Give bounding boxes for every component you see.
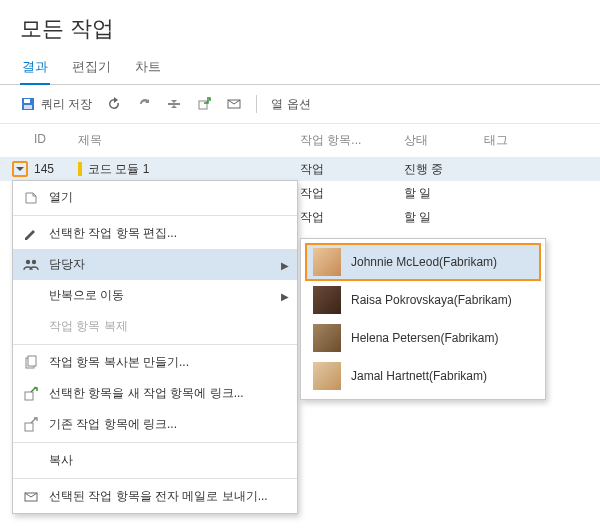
tab-editor[interactable]: 편집기	[70, 52, 113, 84]
redo-arrow-icon	[136, 96, 152, 112]
save-query-button[interactable]: 쿼리 저장	[20, 96, 92, 113]
row-type: 작업	[300, 185, 404, 202]
work-item-color-bar	[78, 162, 82, 176]
open-icon	[23, 190, 39, 206]
row-title: 코드 모듈 1	[78, 161, 300, 178]
row-type: 작업	[300, 209, 404, 226]
svg-rect-4	[199, 101, 207, 109]
row-state: 할 일	[404, 209, 484, 226]
row-context-toggle[interactable]	[12, 161, 28, 177]
menu-edit-selected[interactable]: 선택한 작업 항목 편집...	[13, 218, 297, 229]
column-header-id[interactable]: ID	[34, 132, 78, 149]
svg-rect-2	[24, 105, 32, 109]
email-button[interactable]	[226, 96, 242, 112]
save-icon	[20, 96, 36, 112]
save-query-label: 쿼리 저장	[41, 96, 92, 113]
collapse-icon	[166, 96, 182, 112]
row-state: 진행 중	[404, 161, 484, 178]
menu-open[interactable]: 열기	[13, 182, 297, 213]
row-title-text: 코드 모듈 1	[88, 161, 149, 178]
column-options-button[interactable]: 열 옵션	[271, 96, 310, 113]
tab-results[interactable]: 결과	[20, 52, 50, 84]
row-id: 145	[34, 162, 78, 176]
collapse-button[interactable]	[166, 96, 182, 112]
menu-separator	[13, 215, 297, 216]
svg-rect-1	[24, 99, 30, 103]
menu-open-label: 열기	[49, 189, 73, 206]
row-state: 할 일	[404, 185, 484, 202]
add-icon	[196, 96, 212, 112]
column-headers: ID 제목 작업 항목... 상태 태그	[0, 124, 600, 157]
column-header-title[interactable]: 제목	[78, 132, 300, 149]
toolbar: 쿼리 저장 열 옵션	[0, 85, 600, 124]
row-type: 작업	[300, 161, 404, 178]
redo-button[interactable]	[136, 96, 152, 112]
column-header-state[interactable]: 상태	[404, 132, 484, 149]
column-header-work-item[interactable]: 작업 항목...	[300, 132, 404, 149]
column-options-label: 열 옵션	[271, 96, 310, 113]
tab-chart[interactable]: 차트	[133, 52, 163, 84]
pencil-icon	[23, 226, 39, 230]
table-row[interactable]: 145 코드 모듈 1 작업 진행 중	[0, 157, 600, 181]
envelope-icon	[226, 96, 242, 112]
add-button[interactable]	[196, 96, 212, 112]
menu-edit-label: 선택한 작업 항목 편집...	[49, 225, 177, 229]
row-context-menu: 열기 선택한 작업 항목 편집... 담당자 ▶ 반복으로 이동 ▶ 작업 항목…	[12, 180, 298, 229]
column-header-tags[interactable]: 태그	[484, 132, 554, 149]
toolbar-separator	[256, 95, 257, 113]
refresh-icon	[106, 96, 122, 112]
page-title: 모든 작업	[0, 0, 600, 52]
refresh-button[interactable]	[106, 96, 122, 112]
svg-rect-3	[168, 103, 180, 105]
chevron-down-icon	[16, 165, 24, 173]
tabs: 결과 편집기 차트	[0, 52, 600, 85]
